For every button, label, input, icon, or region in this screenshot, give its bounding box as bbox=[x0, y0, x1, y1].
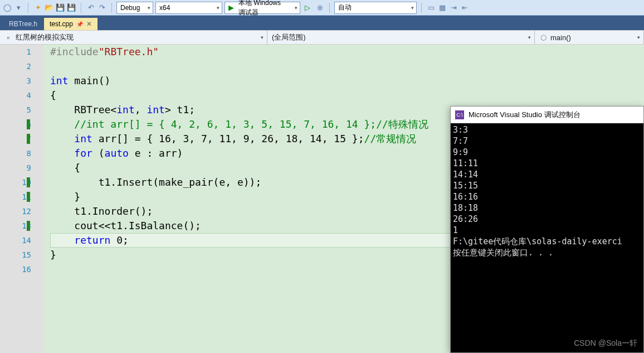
debug-console-window[interactable]: C:\ Microsoft Visual Studio 调试控制台 3:3 7:… bbox=[450, 106, 644, 353]
line-number: 13 bbox=[0, 219, 31, 233]
console-line: 15:15 bbox=[453, 180, 641, 191]
line-number: 16 bbox=[0, 262, 31, 277]
line-number: 12 bbox=[0, 204, 31, 219]
project-icon: ▫ bbox=[4, 33, 12, 41]
console-line: 14:14 bbox=[453, 169, 641, 180]
separator bbox=[81, 3, 81, 13]
outdent-icon[interactable]: ⇤ bbox=[460, 3, 470, 13]
back-icon[interactable]: ◯ bbox=[2, 3, 12, 13]
redo-icon[interactable]: ↷ bbox=[97, 3, 107, 13]
line-number: 2 bbox=[0, 59, 31, 74]
console-line: 18:18 bbox=[453, 202, 641, 214]
line-number: 6 bbox=[0, 117, 31, 132]
console-titlebar[interactable]: C:\ Microsoft Visual Studio 调试控制台 bbox=[451, 107, 643, 123]
scope-dropdown[interactable]: ▫ 红黑树的模拟实现 bbox=[0, 31, 267, 44]
console-line: 7:7 bbox=[453, 136, 641, 147]
platform-value: x64 bbox=[159, 4, 170, 12]
separator bbox=[111, 3, 112, 13]
console-line: 1 bbox=[453, 225, 641, 236]
console-output: 3:3 7:7 9:9 11:11 14:14 15:15 16:16 18:1… bbox=[451, 123, 643, 259]
new-icon[interactable]: ✦ bbox=[33, 3, 43, 13]
separator bbox=[421, 3, 422, 13]
line-gutter: 1 2 3 4 5 6 7 8 9 10 11 12 13 14 15 16 bbox=[0, 45, 43, 353]
right-buttons: ▭ ▦ ⇥ ⇤ bbox=[426, 3, 470, 13]
panel-icon[interactable]: ▦ bbox=[437, 3, 447, 13]
line-number: 7 bbox=[0, 132, 31, 146]
config-value: Debug bbox=[120, 4, 140, 12]
undo-icon[interactable]: ↶ bbox=[86, 3, 96, 13]
separator bbox=[329, 3, 330, 13]
main-toolbar: ◯ ▾ ✦ 📂 💾 💾 ↶ ↷ Debug x64 ▶ 本地 Windows 调… bbox=[0, 0, 644, 16]
func-dropdown[interactable]: ⬡ main() bbox=[535, 31, 644, 44]
target-icon[interactable]: ⊕ bbox=[315, 3, 325, 13]
debugger-dropdown[interactable]: ▶ 本地 Windows 调试器 bbox=[225, 2, 300, 14]
code-line: #include"RBTree.h" bbox=[50, 45, 644, 59]
console-line: 按任意键关闭此窗口. . . bbox=[453, 247, 641, 258]
play-icon: ▶ bbox=[228, 3, 234, 12]
console-line: 9:9 bbox=[453, 147, 641, 158]
nav-buttons: ◯ ▾ bbox=[2, 3, 23, 13]
auto-value: 自动 bbox=[338, 3, 352, 12]
save-all-icon[interactable]: 💾 bbox=[66, 3, 76, 13]
line-number: 15 bbox=[0, 248, 31, 262]
platform-dropdown[interactable]: x64 bbox=[155, 2, 222, 14]
line-number: 14 bbox=[0, 233, 31, 248]
editor-tabs: RBTree.h test.cpp 📌 ✕ bbox=[0, 16, 644, 30]
code-line: int main() bbox=[50, 74, 644, 88]
save-icon[interactable]: 💾 bbox=[55, 3, 65, 13]
code-line bbox=[50, 59, 644, 74]
line-number: 9 bbox=[0, 161, 31, 175]
line-number: 5 bbox=[0, 103, 31, 117]
vs-icon: C:\ bbox=[455, 110, 464, 119]
line-number: 11 bbox=[0, 190, 31, 204]
range-dropdown[interactable]: (全局范围) bbox=[267, 31, 535, 44]
indent-icon[interactable]: ⇥ bbox=[448, 3, 458, 13]
separator bbox=[28, 3, 28, 13]
console-line: 16:16 bbox=[453, 191, 641, 202]
tab-label: test.cpp bbox=[50, 20, 73, 28]
close-icon[interactable]: ✕ bbox=[86, 20, 92, 28]
console-line: 26:26 bbox=[453, 214, 641, 225]
line-number: 10 bbox=[0, 175, 31, 190]
console-line: 11:11 bbox=[453, 158, 641, 169]
nav-bar: ▫ 红黑树的模拟实现 (全局范围) ⬡ main() bbox=[0, 30, 644, 45]
code-line: { bbox=[50, 88, 644, 103]
auto-dropdown[interactable]: 自动 bbox=[334, 2, 417, 14]
line-number: 3 bbox=[0, 74, 31, 88]
line-number: 8 bbox=[0, 146, 31, 161]
console-line: 3:3 bbox=[453, 124, 641, 136]
pin-icon[interactable]: 📌 bbox=[76, 21, 83, 27]
func-label: main() bbox=[550, 33, 571, 42]
console-title-text: Microsoft Visual Studio 调试控制台 bbox=[469, 110, 580, 120]
watermark: CSDN @Sola一轩 bbox=[574, 339, 637, 349]
play-outline-icon[interactable]: ▷ bbox=[303, 3, 313, 13]
file-buttons: ✦ 📂 💾 💾 bbox=[33, 3, 76, 13]
line-number: 1 bbox=[0, 45, 31, 59]
undo-buttons: ↶ ↷ bbox=[86, 3, 107, 13]
debugger-label: 本地 Windows 调试器 bbox=[238, 0, 289, 17]
line-number: 4 bbox=[0, 88, 31, 103]
forward-icon[interactable]: ▾ bbox=[13, 3, 23, 13]
config-dropdown[interactable]: Debug bbox=[116, 2, 153, 14]
tab-rbtree[interactable]: RBTree.h bbox=[3, 18, 43, 30]
scope-label: 红黑树的模拟实现 bbox=[16, 32, 74, 42]
tab-test[interactable]: test.cpp 📌 ✕ bbox=[44, 18, 97, 30]
range-label: (全局范围) bbox=[272, 32, 306, 42]
open-icon[interactable]: 📂 bbox=[44, 3, 54, 13]
console-line: F:\gitee代码仓库\solas-daily-exerci bbox=[453, 236, 641, 247]
tab-label: RBTree.h bbox=[9, 20, 37, 28]
window-icon[interactable]: ▭ bbox=[426, 3, 436, 13]
function-icon: ⬡ bbox=[539, 33, 547, 41]
